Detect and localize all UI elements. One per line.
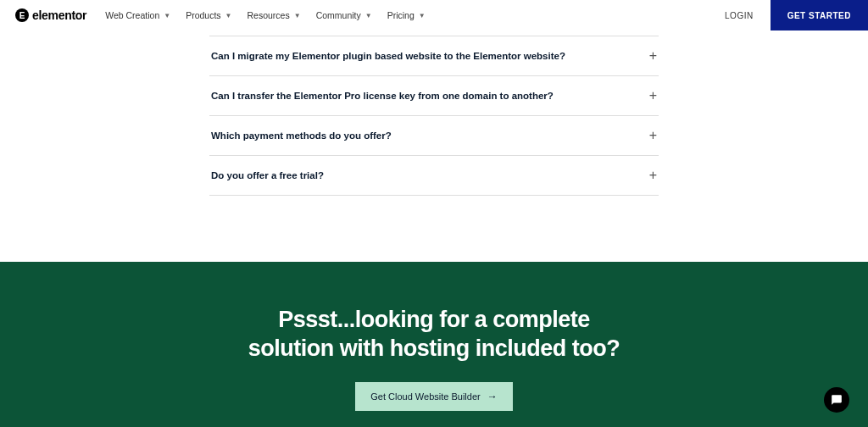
login-link[interactable]: LOGIN — [725, 11, 754, 20]
caret-down-icon: ▼ — [419, 12, 426, 19]
header: E elementor Web Creation▼ Products▼ Reso… — [0, 0, 868, 30]
faq-item[interactable]: Which payment methods do you offer? + — [209, 116, 659, 156]
faq-list: Can I migrate my Elementor plugin based … — [209, 30, 659, 196]
caret-down-icon: ▼ — [365, 12, 372, 19]
faq-question: Can I migrate my Elementor plugin based … — [211, 51, 565, 61]
nav-resources[interactable]: Resources▼ — [248, 10, 301, 20]
logo[interactable]: E elementor — [15, 8, 86, 22]
caret-down-icon: ▼ — [294, 12, 301, 19]
nav-products[interactable]: Products▼ — [186, 10, 231, 20]
faq-item[interactable]: Can I migrate my Elementor plugin based … — [209, 36, 659, 76]
nav-pricing[interactable]: Pricing▼ — [387, 10, 426, 20]
faq-question: Do you offer a free trial? — [211, 170, 324, 180]
promo-section: Pssst...looking for a complete solution … — [0, 262, 868, 427]
nav-web-creation[interactable]: Web Creation▼ — [105, 10, 170, 20]
main-nav: Web Creation▼ Products▼ Resources▼ Commu… — [105, 10, 425, 20]
header-right: LOGIN GET STARTED — [725, 0, 868, 30]
logo-text: elementor — [32, 8, 86, 22]
chat-icon — [831, 394, 843, 406]
faq-item[interactable]: Do you offer a free trial? + — [209, 156, 659, 196]
logo-icon: E — [15, 8, 29, 22]
get-started-button[interactable]: GET STARTED — [771, 0, 868, 30]
plus-icon: + — [649, 168, 657, 183]
cloud-builder-button[interactable]: Get Cloud Website Builder → — [355, 382, 512, 411]
plus-icon: + — [649, 48, 657, 64]
arrow-right-icon: → — [487, 391, 498, 402]
faq-question: Which payment methods do you offer? — [211, 130, 392, 141]
faq-question: Can I transfer the Elementor Pro license… — [211, 91, 554, 101]
caret-down-icon: ▼ — [225, 12, 232, 19]
plus-icon: + — [649, 88, 657, 103]
nav-community[interactable]: Community▼ — [316, 10, 372, 20]
promo-cta-label: Get Cloud Website Builder — [370, 391, 480, 402]
plus-icon: + — [649, 128, 657, 143]
faq-item[interactable]: Can I transfer the Elementor Pro license… — [209, 76, 659, 116]
chat-button[interactable] — [824, 387, 849, 413]
caret-down-icon: ▼ — [164, 12, 170, 19]
promo-heading: Pssst...looking for a complete solution … — [0, 306, 868, 363]
